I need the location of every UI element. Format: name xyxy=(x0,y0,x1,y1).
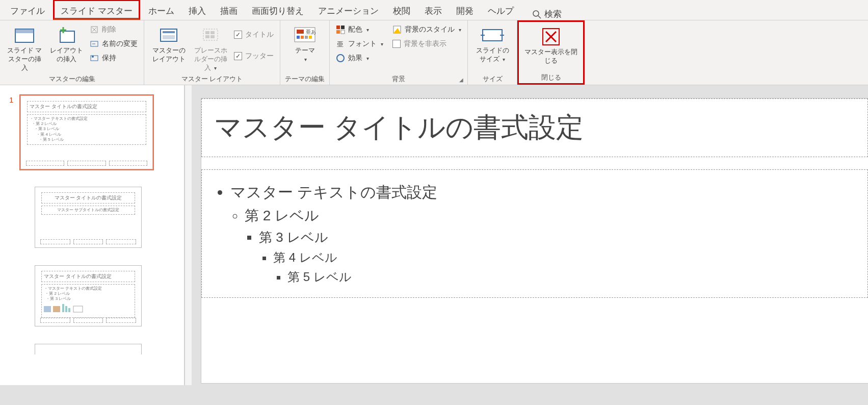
close-icon xyxy=(541,26,561,48)
level5-text: 第 5 レベル xyxy=(287,269,853,285)
slide-canvas[interactable]: マスター タイトルの書式設定 マスター テキストの書式設定 第 2 レベル 第 … xyxy=(201,98,868,384)
group-label: サイズ xyxy=(472,72,513,84)
tab-animation[interactable]: アニメーション xyxy=(312,1,385,20)
svg-rect-32 xyxy=(341,30,345,34)
fonts-button[interactable]: 亜 フォント▾ xyxy=(334,38,385,49)
layout-insert-icon xyxy=(56,24,76,46)
slide-master-icon xyxy=(14,24,35,46)
group-label: マスター レイアウト xyxy=(148,72,276,84)
title-placeholder[interactable]: マスター タイトルの書式設定 xyxy=(201,98,868,157)
label: テーマ▾ xyxy=(295,46,315,64)
fonts-icon: 亜 xyxy=(336,39,345,48)
chevron-down-icon: ▾ xyxy=(366,56,369,61)
slide-size-button[interactable]: スライドのサイズ ▾ xyxy=(472,23,513,64)
tab-home[interactable]: ホーム xyxy=(142,1,180,20)
level2-text: 第 2 レベル xyxy=(245,206,853,225)
footer-checkbox[interactable]: ✓ フッター xyxy=(232,50,276,62)
group-label: テーマの編集 xyxy=(284,72,325,84)
insert-slide-master-button[interactable]: スライド マスターの挿入 xyxy=(4,23,45,72)
tab-slide-master[interactable]: スライド マスター xyxy=(53,0,140,20)
tab-developer[interactable]: 開発 xyxy=(450,1,480,20)
svg-rect-27 xyxy=(305,36,308,39)
label: 背景のスタイル xyxy=(405,25,455,34)
insert-layout-button[interactable]: レイアウトの挿入 xyxy=(46,23,87,64)
thumb-body: ・マスター テキストの書式設定 ・第 2 レベル ・第 3 レベル ・第 4 レ… xyxy=(27,114,146,145)
hide-bg-checkbox[interactable]: ✓ 背景を非表示 xyxy=(390,38,463,49)
label: フッター xyxy=(245,52,274,61)
svg-rect-4 xyxy=(60,31,74,42)
placeholder-icon xyxy=(200,24,221,46)
chevron-down-icon: ▾ xyxy=(503,57,505,62)
chevron-down-icon: ▾ xyxy=(304,57,307,62)
svg-rect-28 xyxy=(309,36,312,39)
thumbnail-pane[interactable]: 1 マスター タイトルの書式設定 ・マスター テキストの書式設定 ・第 2 レベ… xyxy=(0,85,185,385)
thumb-title: マスター タイトルの書式設定 xyxy=(41,271,135,282)
search-icon xyxy=(532,10,541,19)
tab-draw[interactable]: 描画 xyxy=(214,1,244,20)
group-background: 配色▾ 亜 フォント▾ 効果▾ xyxy=(330,20,468,85)
body-placeholder[interactable]: マスター テキストの書式設定 第 2 レベル 第 3 レベル 第 4 レベル 第… xyxy=(201,169,868,298)
svg-rect-29 xyxy=(336,26,340,29)
thumb-layout[interactable] xyxy=(35,344,142,355)
bg-styles-button[interactable]: 背景のスタイル▾ xyxy=(390,24,463,35)
effects-button[interactable]: 効果▾ xyxy=(334,53,385,64)
svg-line-1 xyxy=(538,16,541,18)
svg-rect-26 xyxy=(301,36,304,39)
thumb-layout[interactable]: マスター タイトルの書式設定 マスター サブタイトルの書式設定 xyxy=(35,187,142,248)
chevron-down-icon: ▾ xyxy=(381,41,383,47)
svg-point-0 xyxy=(533,11,539,16)
group-label: マスターの編集 xyxy=(4,72,140,84)
bg-style-icon xyxy=(392,25,402,34)
rename-button[interactable]: 名前の変更 xyxy=(88,38,140,49)
svg-rect-16 xyxy=(163,35,175,39)
thumb-layout[interactable]: マスター タイトルの書式設定 ・マスター テキストの書式設定 ・第 2 レベル … xyxy=(35,265,142,326)
tab-review[interactable]: 校閲 xyxy=(387,1,416,20)
svg-rect-44 xyxy=(62,304,64,312)
svg-rect-21 xyxy=(211,35,215,38)
svg-rect-17 xyxy=(203,29,218,40)
svg-rect-31 xyxy=(336,30,340,34)
tab-file[interactable]: ファイル xyxy=(4,1,51,20)
svg-rect-23 xyxy=(297,30,304,34)
label: プレースホルダーの挿入 ▾ xyxy=(191,46,230,72)
preserve-button[interactable]: 保持 xyxy=(88,53,140,64)
label: マスター表示を閉じる xyxy=(524,48,578,65)
label: スライドのサイズ ▾ xyxy=(473,46,512,64)
svg-rect-43 xyxy=(53,306,60,312)
svg-rect-15 xyxy=(163,31,175,33)
search-box[interactable]: 検索 xyxy=(532,8,562,20)
tab-insert[interactable]: 挿入 xyxy=(182,1,212,20)
thumb-master[interactable]: マスター タイトルの書式設定 ・マスター テキストの書式設定 ・第 2 レベル … xyxy=(20,95,153,169)
svg-text:亜: 亜 xyxy=(337,40,344,48)
themes-button[interactable]: 亜あ テーマ▾ xyxy=(284,23,325,64)
group-label: 背景 ◢ xyxy=(334,72,463,84)
checkbox-icon: ✓ xyxy=(234,52,242,60)
label: 保持 xyxy=(102,54,116,63)
themes-icon: 亜あ xyxy=(294,24,316,46)
svg-rect-36 xyxy=(483,30,502,41)
svg-rect-20 xyxy=(205,35,209,38)
svg-text:亜あ: 亜あ xyxy=(306,29,316,35)
chevron-down-icon: ▾ xyxy=(459,27,461,33)
svg-rect-3 xyxy=(15,29,34,33)
svg-point-34 xyxy=(337,55,344,62)
thumb-scrollbar[interactable] xyxy=(185,85,192,385)
tab-view[interactable]: 表示 xyxy=(418,1,448,20)
delete-button[interactable]: 削除 xyxy=(88,24,140,35)
thumb-body: ・マスター テキストの書式設定 ・第 2 レベル ・第 3 レベル xyxy=(41,284,135,318)
title-checkbox[interactable]: ✓ タイトル xyxy=(232,29,276,40)
slide-editor[interactable]: マスター タイトルの書式設定 マスター テキストの書式設定 第 2 レベル 第 … xyxy=(192,85,868,385)
insert-placeholder-button[interactable]: プレースホルダーの挿入 ▾ xyxy=(190,23,231,72)
colors-button[interactable]: 配色▾ xyxy=(334,24,385,35)
tab-help[interactable]: ヘルプ xyxy=(482,1,520,20)
svg-rect-25 xyxy=(297,36,300,39)
close-master-view-button[interactable]: マスター表示を閉じる xyxy=(523,24,579,65)
dialog-launcher-icon[interactable]: ◢ xyxy=(459,77,463,83)
label: 削除 xyxy=(102,25,116,34)
svg-point-13 xyxy=(92,56,94,58)
tab-transition[interactable]: 画面切り替え xyxy=(246,1,310,20)
search-placeholder: 検索 xyxy=(544,8,562,20)
checkbox-icon: ✓ xyxy=(234,31,242,39)
group-master-layout: マスターのレイアウト プレースホルダーの挿入 ▾ ✓ タイトル ✓ フッター マ… xyxy=(144,20,280,85)
master-layout-button[interactable]: マスターのレイアウト xyxy=(148,23,189,64)
